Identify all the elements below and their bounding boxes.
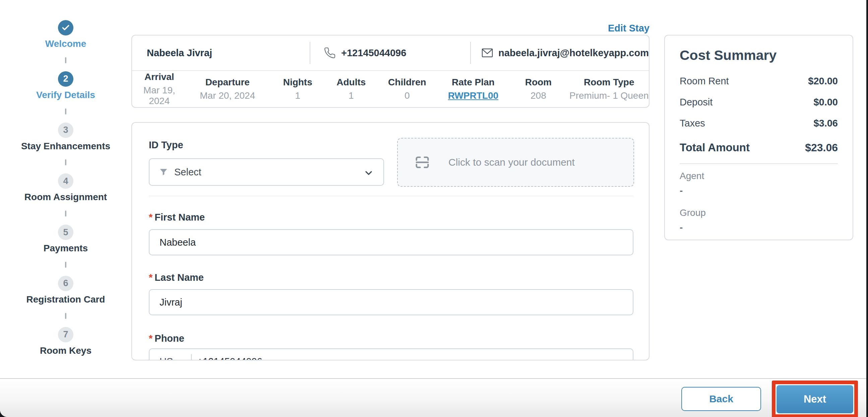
stay-label: Room Type [569, 77, 649, 88]
stepper-connector [65, 159, 66, 165]
stay-label: Nights [269, 77, 327, 88]
stay-label: Arrival [132, 72, 187, 82]
stay-column-room-type: Room Type Premium- 1 Queen [569, 77, 649, 101]
phone-icon [324, 47, 336, 59]
cost-row-room-rent: Room Rent $20.00 [680, 76, 838, 87]
cost-row-value: $20.00 [808, 76, 838, 87]
stay-value: Mar 19, 2024 [132, 85, 187, 106]
edit-stay-link[interactable]: Edit Stay [608, 23, 650, 34]
stay-value: Mar 20, 2024 [187, 90, 269, 101]
guest-email: nabeela.jivraj@hotelkeyapp.com [498, 47, 649, 59]
stay-label: Children [375, 77, 439, 88]
stay-column-adults: Adults 1 [327, 77, 375, 101]
back-button[interactable]: Back [681, 387, 761, 411]
stay-label: Room [507, 77, 569, 88]
first-name-label-text: First Name [155, 212, 205, 222]
step-complete-circle [58, 20, 73, 35]
guest-contact-row: Nabeela Jivraj +12145044096 nabeela.jivr… [132, 35, 649, 71]
cost-row-label: Room Rent [680, 76, 729, 87]
guest-name: Nabeela Jivraj [132, 35, 310, 70]
guest-details-form-card: ID Type Select Click to scan your docume… [131, 122, 650, 360]
agent-value: - [680, 185, 683, 196]
first-name-label: *First Name [149, 212, 205, 223]
checkin-wizard-screen: Welcome 2 Verify Details 3 Stay Enhancem… [0, 0, 866, 417]
stay-label: Adults [327, 77, 375, 88]
stay-column-nights: Nights 1 [269, 77, 327, 101]
check-icon [61, 24, 70, 32]
phone-number-value: +12145044096 [197, 356, 262, 361]
step-number: 7 [58, 327, 73, 342]
chevron-down-icon [363, 168, 374, 180]
phone-country-code[interactable]: US [159, 356, 173, 361]
group-value: - [680, 222, 683, 233]
chevron-down-icon [178, 358, 186, 360]
scan-document-dropzone[interactable]: Click to scan your document [397, 138, 634, 187]
cost-summary-title: Cost Summary [680, 47, 776, 63]
step-label: Registration Card [27, 294, 105, 305]
group-label: Group [680, 208, 706, 218]
last-name-label-text: Last Name [155, 272, 204, 283]
last-name-field[interactable]: Jivraj [149, 289, 633, 315]
stay-column-departure: Departure Mar 20, 2024 [187, 77, 269, 101]
id-type-select[interactable]: Select [149, 158, 384, 186]
phone-label-text: Phone [155, 333, 184, 344]
cost-row-value: $3.06 [813, 118, 838, 129]
phone-label: *Phone [149, 333, 184, 344]
stay-value: 1 [327, 90, 375, 101]
stepper-connector [65, 210, 66, 216]
step-label: Stay Enhancements [21, 141, 110, 151]
scan-icon [413, 153, 432, 171]
guest-summary-card: Nabeela Jivraj +12145044096 nabeela.jivr… [131, 35, 650, 108]
stepper-step-room-assignment[interactable]: 4 Room Assignment [25, 173, 107, 203]
checkin-stepper: Welcome 2 Verify Details 3 Stay Enhancem… [0, 20, 131, 356]
cost-total-row: Total Amount $23.06 [680, 141, 838, 154]
rate-plan-link[interactable]: RWPRTL00 [439, 90, 507, 101]
guest-phone-group: +12145044096 [310, 35, 470, 70]
stay-details-row: Arrival Mar 19, 2024 Departure Mar 20, 2… [132, 71, 649, 107]
agent-label: Agent [680, 171, 704, 181]
stepper-step-room-keys[interactable]: 7 Room Keys [40, 327, 92, 356]
stepper-step-welcome[interactable]: Welcome [45, 20, 86, 49]
phone-field[interactable]: US +12145044096 [149, 348, 633, 360]
stay-value: Premium- 1 Queen [569, 90, 649, 101]
stepper-connector [65, 57, 66, 63]
step-label: Verify Details [36, 90, 95, 100]
cost-row-label: Taxes [680, 118, 705, 129]
stepper-connector [65, 262, 66, 268]
next-button-highlight-annotation: Next [772, 381, 858, 417]
stay-column-arrival: Arrival Mar 19, 2024 [132, 72, 187, 106]
stay-value: 208 [507, 90, 569, 101]
step-number: 3 [58, 123, 73, 138]
guest-email-group: nabeela.jivraj@hotelkeyapp.com [471, 35, 649, 70]
stay-column-children: Children 0 [375, 77, 439, 101]
stay-label: Departure [187, 77, 269, 88]
stay-value: 0 [375, 90, 439, 101]
id-type-selected-value: Select [174, 167, 202, 178]
stepper-step-verify-details[interactable]: 2 Verify Details [36, 71, 95, 100]
required-asterisk: * [149, 272, 153, 283]
step-number: 6 [58, 276, 73, 291]
app-window: Welcome 2 Verify Details 3 Stay Enhancem… [0, 0, 868, 417]
scan-document-label: Click to scan your document [448, 157, 575, 168]
filter-icon [159, 167, 168, 177]
step-number: 2 [58, 71, 73, 87]
stay-column-room: Room 208 [507, 77, 569, 101]
stepper-step-registration-card[interactable]: 6 Registration Card [27, 276, 105, 305]
stepper-step-stay-enhancements[interactable]: 3 Stay Enhancements [21, 123, 110, 151]
section-divider [149, 196, 633, 196]
stepper-connector [65, 313, 66, 319]
stepper-connector [65, 108, 66, 114]
header-actions: Edit Stay [131, 23, 650, 34]
required-asterisk: * [149, 212, 153, 222]
stepper-step-payments[interactable]: 5 Payments [43, 224, 88, 254]
required-asterisk: * [149, 333, 153, 344]
step-label: Welcome [45, 39, 86, 49]
vertical-divider [191, 354, 192, 360]
cost-row-taxes: Taxes $3.06 [680, 118, 838, 129]
cost-summary-card: Cost Summary Room Rent $20.00 Deposit $0… [664, 35, 853, 240]
step-number: 5 [58, 224, 73, 240]
next-button[interactable]: Next [776, 385, 853, 413]
stay-label: Rate Plan [439, 77, 507, 88]
first-name-field[interactable]: Nabeela [149, 229, 633, 255]
stay-value: 1 [269, 90, 327, 101]
